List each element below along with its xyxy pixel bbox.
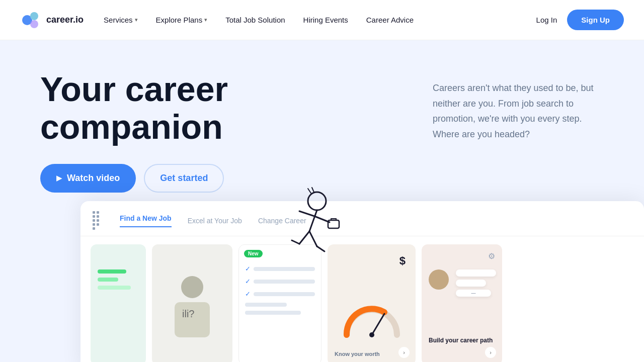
- play-icon: ▶: [56, 174, 62, 182]
- svg-rect-7: [328, 220, 339, 228]
- navbar: career.io Services ▾ Explore Plans ▾ Tot…: [0, 0, 644, 40]
- running-figure: [272, 186, 352, 261]
- dashboard-cards: ili? New ✓ ✓ ✓: [80, 236, 644, 362]
- login-button[interactable]: Log In: [536, 16, 557, 24]
- nav-explore-plans-label: Explore Plans: [156, 16, 203, 24]
- nav-links: Services ▾ Explore Plans ▾ Total Job Sol…: [104, 16, 536, 24]
- get-started-button[interactable]: Get started: [144, 164, 224, 193]
- card-salary: $ Know your worth ›: [328, 244, 416, 362]
- small-left-card: [20, 251, 70, 342]
- chevron-down-icon: ▾: [135, 17, 138, 23]
- svg-point-17: [181, 276, 203, 298]
- svg-line-5: [299, 211, 314, 216]
- svg-point-22: [435, 273, 442, 280]
- watch-video-button[interactable]: ▶ Watch video: [40, 164, 136, 193]
- card-portrait: ili?: [152, 244, 232, 362]
- chevron-down-icon: ▾: [204, 17, 207, 23]
- hero-section: Your career companion ▶ Watch video Get …: [0, 40, 644, 362]
- svg-line-13: [309, 231, 317, 246]
- grid-icon: [93, 211, 102, 230]
- svg-line-12: [292, 240, 299, 244]
- check-icon: ✓: [245, 265, 251, 273]
- career-path-title: Build your career path: [429, 336, 495, 345]
- tab-excel-at-job[interactable]: Excel at Your Job: [188, 217, 242, 225]
- nav-total-job-label: Total Job Solution: [225, 16, 285, 24]
- svg-line-15: [308, 189, 311, 193]
- svg-text:ili?: ili?: [182, 308, 194, 319]
- svg-point-21: [369, 332, 374, 337]
- avatar: [429, 269, 449, 290]
- tab-find-new-job[interactable]: Find a New Job: [120, 214, 172, 227]
- nav-hiring-events-label: Hiring Events: [303, 16, 348, 24]
- signup-button[interactable]: Sign Up: [567, 10, 624, 30]
- gear-icon: ⚙: [488, 251, 495, 261]
- new-badge: New: [244, 250, 263, 257]
- logo[interactable]: career.io: [20, 9, 84, 31]
- svg-rect-18: [175, 302, 210, 337]
- card-career: ⚙ — Build your career path ›: [422, 244, 502, 362]
- nav-hiring-events[interactable]: Hiring Events: [303, 16, 348, 24]
- card-green: [91, 244, 146, 362]
- watch-video-label: Watch video: [67, 173, 120, 184]
- nav-total-job[interactable]: Total Job Solution: [225, 16, 285, 24]
- svg-line-4: [309, 210, 317, 231]
- svg-line-20: [372, 314, 384, 335]
- check-icon: ✓: [245, 290, 251, 298]
- career-arrow[interactable]: ›: [485, 347, 496, 358]
- nav-explore-plans[interactable]: Explore Plans ▾: [156, 16, 208, 24]
- dashboard-preview: Find a New Job Excel at Your Job Change …: [80, 201, 644, 362]
- nav-career-advice[interactable]: Career Advice: [366, 16, 414, 24]
- hero-heading: Your career companion: [40, 70, 392, 146]
- svg-line-16: [312, 188, 314, 192]
- svg-line-14: [317, 246, 325, 251]
- nav-services-label: Services: [104, 16, 133, 24]
- check-icon: ✓: [245, 278, 251, 285]
- salary-icon: $: [399, 254, 406, 267]
- dashboard-tabs: Find a New Job Excel at Your Job Change …: [80, 201, 644, 236]
- card-new: New ✓ ✓ ✓: [238, 244, 321, 362]
- svg-point-3: [308, 192, 326, 210]
- logo-text: career.io: [46, 15, 84, 25]
- nav-services[interactable]: Services ▾: [104, 16, 138, 24]
- know-worth-arrow[interactable]: ›: [398, 347, 410, 358]
- svg-point-1: [30, 12, 38, 20]
- know-worth-text: Know your worth: [335, 351, 380, 357]
- hero-description: Careers aren't what they used to be, but…: [433, 80, 604, 142]
- svg-line-6: [314, 216, 330, 222]
- nav-right: Log In Sign Up: [536, 10, 624, 30]
- svg-point-2: [30, 20, 38, 28]
- nav-career-advice-label: Career Advice: [366, 16, 414, 24]
- svg-line-11: [299, 231, 309, 244]
